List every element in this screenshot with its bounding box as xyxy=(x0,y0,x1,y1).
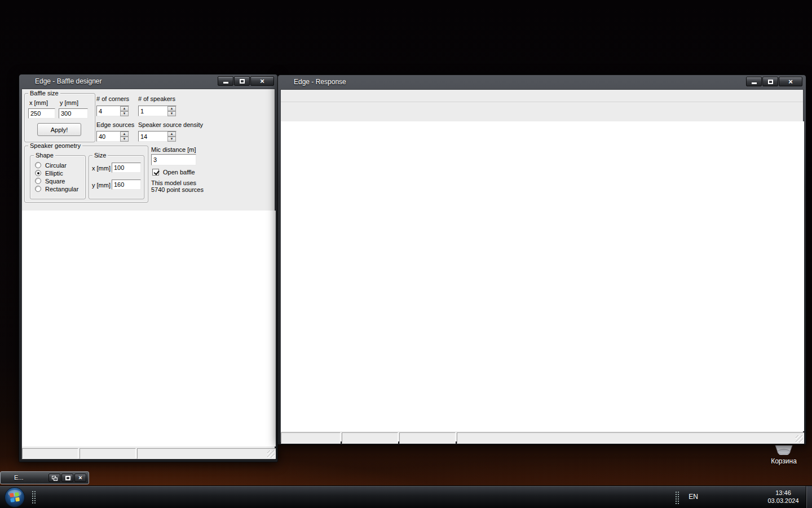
toolbar xyxy=(281,102,803,119)
baffle-window-title: Edge - Baffle designer xyxy=(35,77,102,85)
baffle-y-input[interactable] xyxy=(59,108,88,119)
close-button[interactable]: × xyxy=(779,77,802,86)
size-legend: Size xyxy=(92,152,108,159)
menubar xyxy=(281,91,803,102)
response-window: Edge - Response × xyxy=(277,75,806,445)
speakers-spinner[interactable]: ▲▼ xyxy=(138,106,176,116)
restore-button[interactable] xyxy=(48,474,60,482)
tray-date: 03.03.2024 xyxy=(761,497,805,505)
size-x-input[interactable] xyxy=(112,163,141,173)
density-label: Speaker source density xyxy=(138,121,203,128)
windows-logo-icon xyxy=(3,487,26,508)
baffle-designer-window: Edge - Baffle designer × Baffle size x [… xyxy=(19,74,278,462)
density-spin-buttons[interactable]: ▲▼ xyxy=(167,132,176,141)
radio-rectangular-label: Rectangular xyxy=(45,186,78,192)
corners-label: # of corners xyxy=(96,95,129,102)
radio-rectangular[interactable] xyxy=(35,186,41,192)
model-info-line2: 5740 point sources xyxy=(151,186,204,193)
tray-time: 13:46 xyxy=(761,489,805,497)
speaker-geometry-group: Speaker geometry Shape Circular Elliptic… xyxy=(24,146,148,203)
baffle-titlebar[interactable]: Edge - Baffle designer × xyxy=(19,75,277,89)
open-baffle-checkbox[interactable] xyxy=(152,169,159,176)
radio-elliptic[interactable] xyxy=(35,170,41,176)
minimized-window-strip[interactable]: E... × xyxy=(0,471,89,484)
response-client-area xyxy=(280,89,804,442)
baffle-size-legend: Baffle size xyxy=(28,90,60,97)
size-y-input[interactable] xyxy=(112,179,141,190)
baffle-x-input[interactable] xyxy=(28,108,55,119)
edge-app-icon xyxy=(3,474,12,483)
radio-circular[interactable] xyxy=(35,162,41,168)
resize-grip[interactable] xyxy=(267,450,275,458)
start-button[interactable] xyxy=(3,487,26,508)
starfield-wallpaper xyxy=(0,0,1,1)
maximize-button[interactable] xyxy=(762,77,778,86)
edge-sources-label: Edge sources xyxy=(96,121,134,128)
radio-elliptic-label: Elliptic xyxy=(45,170,63,177)
minimize-button[interactable] xyxy=(746,77,762,86)
density-spinner[interactable]: ▲▼ xyxy=(138,131,176,142)
speakers-label: # of speakers xyxy=(138,95,175,102)
baffle-statusbar xyxy=(22,448,276,459)
close-button[interactable]: × xyxy=(250,76,274,86)
mic-distance-label: Mic distance [m] xyxy=(151,146,196,153)
speaker-geometry-legend: Speaker geometry xyxy=(28,142,82,149)
radio-circular-label: Circular xyxy=(45,162,67,169)
response-chart xyxy=(281,121,804,431)
baffle-plot-svg xyxy=(22,211,276,446)
language-indicator[interactable]: EN xyxy=(689,493,698,501)
edge-app-icon xyxy=(23,77,32,86)
resize-grip[interactable] xyxy=(796,435,803,443)
clock[interactable]: 13:46 03.03.2024 xyxy=(761,489,805,505)
radio-square[interactable] xyxy=(35,178,41,184)
maximize-button[interactable] xyxy=(61,474,73,482)
desktop: Корзина Edge - Baffle designer × Baffle … xyxy=(0,0,812,508)
response-window-title: Edge - Response xyxy=(294,78,346,86)
power-plug-icon[interactable] xyxy=(720,492,731,503)
edge-sources-spin-buttons[interactable]: ▲▼ xyxy=(120,132,129,141)
open-baffle-label: Open baffle xyxy=(163,169,195,176)
network-signal-icon[interactable] xyxy=(734,492,745,503)
size-y-label: y [mm] xyxy=(92,182,111,189)
shape-group: Shape Circular Elliptic Square Rectangul… xyxy=(30,155,86,199)
close-button[interactable]: × xyxy=(74,474,86,482)
taskbar-separator-dots xyxy=(32,491,37,504)
minimize-button[interactable] xyxy=(218,76,233,86)
response-titlebar[interactable]: Edge - Response × xyxy=(278,75,806,89)
show-desktop-button[interactable] xyxy=(806,486,812,508)
tray-separator-dots xyxy=(675,491,680,505)
baffle-y-label: y [mm] xyxy=(60,99,78,106)
corners-spin-buttons[interactable]: ▲▼ xyxy=(120,106,129,116)
taskbar: EN 13:46 03.03.2024 xyxy=(0,485,812,508)
response-chart-svg xyxy=(281,121,804,431)
edge-app-icon xyxy=(282,77,291,86)
baffle-x-label: x [mm] xyxy=(29,99,48,106)
size-x-label: x [mm] xyxy=(92,165,111,172)
recycle-bin-icon xyxy=(773,445,795,455)
shape-legend: Shape xyxy=(34,152,55,159)
speakers-spin-buttons[interactable]: ▲▼ xyxy=(167,106,176,116)
baffle-size-group: Baffle size x [mm] y [mm] Apply! xyxy=(24,93,95,142)
minimized-window-title: E... xyxy=(14,474,24,481)
recycle-bin[interactable]: Корзина xyxy=(768,445,800,465)
volume-icon[interactable] xyxy=(749,492,760,503)
corners-spinner[interactable]: ▲▼ xyxy=(96,106,129,116)
baffle-client-area: Baffle size x [mm] y [mm] Apply! # of co… xyxy=(21,89,275,459)
apply-button[interactable]: Apply! xyxy=(37,123,81,136)
recycle-bin-label: Корзина xyxy=(768,457,800,465)
mic-distance-input[interactable] xyxy=(151,154,196,165)
edge-sources-spinner[interactable]: ▲▼ xyxy=(96,131,129,142)
radio-square-label: Square xyxy=(45,178,65,185)
size-group: Size x [mm] y [mm] xyxy=(89,155,144,199)
maximize-button[interactable] xyxy=(234,76,250,86)
baffle-plot xyxy=(22,211,276,446)
usb-safely-remove-icon[interactable] xyxy=(705,492,716,503)
model-info-line1: This model uses xyxy=(151,179,196,186)
response-statusbar xyxy=(281,432,804,444)
